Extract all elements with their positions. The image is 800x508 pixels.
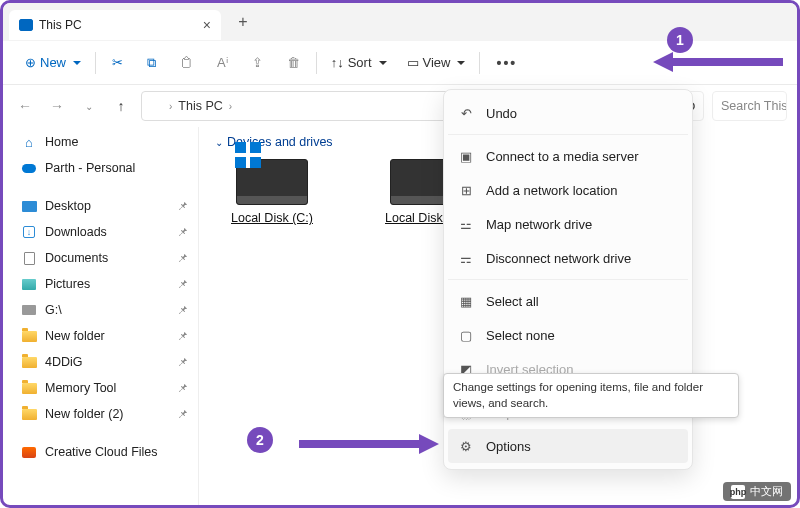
separator <box>316 52 317 74</box>
desktop-icon <box>21 199 37 213</box>
sidebar-item-documents[interactable]: Documents📌︎ <box>3 245 198 271</box>
sidebar-item-home[interactable]: ⌂Home <box>3 129 198 155</box>
sidebar-label: G:\ <box>45 303 62 317</box>
delete-icon: 🗑︎ <box>287 55 300 70</box>
search-input[interactable]: Search This PC <box>712 91 787 121</box>
separator <box>479 52 480 74</box>
more-icon: ••• <box>496 55 517 71</box>
documents-icon <box>21 251 37 265</box>
chevron-right-icon: › <box>169 101 172 112</box>
annotation-arrow-2 <box>299 429 439 459</box>
paste-button[interactable]: 📋︎ <box>168 48 205 78</box>
menu-undo[interactable]: ↶Undo <box>444 96 692 130</box>
pin-icon: 📌︎ <box>177 200 188 212</box>
more-button[interactable]: ••• <box>484 48 529 78</box>
sidebar-item-new-folder[interactable]: New folder📌︎ <box>3 323 198 349</box>
pin-icon: 📌︎ <box>177 408 188 420</box>
sidebar-label: Parth - Personal <box>45 161 135 175</box>
copy-icon: ⧉ <box>147 55 156 71</box>
sidebar-label: 4DDiG <box>45 355 83 369</box>
tab-this-pc[interactable]: This PC × <box>9 10 221 40</box>
svg-marker-0 <box>653 52 783 72</box>
watermark: php 中文网 <box>723 482 791 501</box>
sidebar-item-desktop[interactable]: Desktop📌︎ <box>3 193 198 219</box>
folder-icon <box>21 355 37 369</box>
menu-label: Map network drive <box>486 217 592 232</box>
breadcrumb-this-pc[interactable]: This PC <box>178 99 222 113</box>
sidebar-item-creative-cloud[interactable]: Creative Cloud Files <box>3 439 198 465</box>
menu-map-drive[interactable]: ⚍Map network drive <box>444 207 692 241</box>
back-button[interactable]: ← <box>13 94 37 118</box>
sidebar-label: Creative Cloud Files <box>45 445 158 459</box>
sidebar-label: Documents <box>45 251 108 265</box>
up-button[interactable]: ↑ <box>109 94 133 118</box>
sidebar-item-4ddig[interactable]: 4DDiG📌︎ <box>3 349 198 375</box>
windows-logo-icon <box>235 142 261 168</box>
pin-icon: 📌︎ <box>177 382 188 394</box>
plus-circle-icon: ⊕ <box>25 55 36 70</box>
menu-connect-media[interactable]: ▣Connect to a media server <box>444 139 692 173</box>
disconnect-drive-icon: ⚎ <box>458 251 474 266</box>
sort-icon: ↑↓ <box>331 55 344 70</box>
sidebar-item-pictures[interactable]: Pictures📌︎ <box>3 271 198 297</box>
new-tab-button[interactable]: + <box>229 13 257 31</box>
drive-icon <box>236 159 308 205</box>
close-tab-icon[interactable]: × <box>203 17 211 33</box>
menu-options[interactable]: ⚙Options <box>448 429 688 463</box>
select-all-icon: ▦ <box>458 294 474 309</box>
sidebar-label: New folder (2) <box>45 407 124 421</box>
sidebar-item-personal[interactable]: Parth - Personal <box>3 155 198 181</box>
sidebar-item-gdrive[interactable]: G:\📌︎ <box>3 297 198 323</box>
home-icon: ⌂ <box>21 135 37 149</box>
menu-select-none[interactable]: ▢Select none <box>444 318 692 352</box>
delete-button[interactable]: 🗑︎ <box>275 48 312 78</box>
menu-label: Connect to a media server <box>486 149 638 164</box>
sidebar-item-memory-tool[interactable]: Memory Tool📌︎ <box>3 375 198 401</box>
menu-divider <box>448 279 688 280</box>
tooltip-options: Change settings for opening items, file … <box>443 373 739 418</box>
share-icon: ⇪ <box>252 55 263 70</box>
recent-button[interactable]: ⌄ <box>77 94 101 118</box>
media-server-icon: ▣ <box>458 149 474 164</box>
annotation-badge-1: 1 <box>667 27 693 53</box>
sidebar-label: Memory Tool <box>45 381 116 395</box>
sidebar-item-downloads[interactable]: ↓Downloads📌︎ <box>3 219 198 245</box>
menu-label: Select none <box>486 328 555 343</box>
menu-disconnect-drive[interactable]: ⚎Disconnect network drive <box>444 241 692 275</box>
new-button[interactable]: ⊕ New <box>15 48 91 78</box>
sidebar-item-new-folder-2[interactable]: New folder (2)📌︎ <box>3 401 198 427</box>
rename-button[interactable]: Aⁱ <box>205 48 240 78</box>
menu-add-network-location[interactable]: ⊞Add a network location <box>444 173 692 207</box>
watermark-text: 中文网 <box>750 484 783 499</box>
drive-label: Local Disk (C:) <box>217 211 327 225</box>
view-button[interactable]: ▭ View <box>397 48 476 78</box>
menu-label: Disconnect network drive <box>486 251 631 266</box>
drive-icon <box>21 303 37 317</box>
cut-button[interactable]: ✂ <box>100 48 135 78</box>
cut-icon: ✂ <box>112 55 123 70</box>
view-label: View <box>423 55 451 70</box>
copy-button[interactable]: ⧉ <box>135 48 168 78</box>
menu-label: Select all <box>486 294 539 309</box>
options-icon: ⚙ <box>458 439 474 454</box>
sidebar-label: New folder <box>45 329 105 343</box>
forward-button[interactable]: → <box>45 94 69 118</box>
share-button[interactable]: ⇪ <box>240 48 275 78</box>
svg-marker-1 <box>299 434 439 454</box>
pictures-icon <box>21 277 37 291</box>
menu-select-all[interactable]: ▦Select all <box>444 284 692 318</box>
drive-c[interactable]: Local Disk (C:) <box>217 159 327 225</box>
undo-icon: ↶ <box>458 106 474 121</box>
view-icon: ▭ <box>407 55 419 70</box>
annotation-arrow-1 <box>653 47 783 77</box>
sort-button[interactable]: ↑↓ Sort <box>321 48 397 78</box>
onedrive-icon <box>21 161 37 175</box>
select-none-icon: ▢ <box>458 328 474 343</box>
this-pc-icon <box>19 19 33 31</box>
pin-icon: 📌︎ <box>177 356 188 368</box>
annotation-badge-2: 2 <box>247 427 273 453</box>
chevron-down-icon: ⌄ <box>215 137 223 148</box>
tab-title: This PC <box>39 18 82 32</box>
watermark-logo: php <box>731 485 745 499</box>
new-label: New <box>40 55 66 70</box>
